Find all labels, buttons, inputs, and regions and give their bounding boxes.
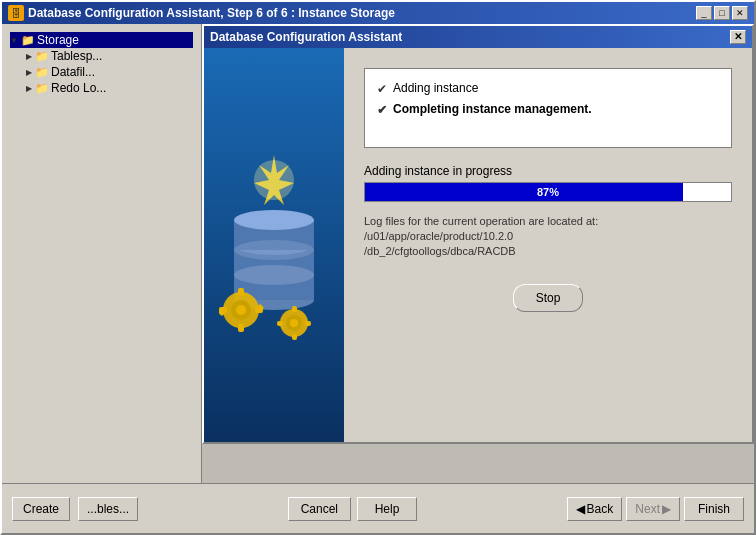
svg-rect-23 (305, 321, 311, 326)
expand-icon-ts: ▶ (26, 52, 32, 61)
main-window: 🗄 Database Configuration Assistant, Step… (0, 0, 756, 535)
svg-point-20 (290, 319, 298, 327)
window-title: Database Configuration Assistant, Step 6… (28, 6, 395, 20)
next-label: Next (635, 502, 660, 516)
right-panel: Database Storage Database Configuration … (202, 24, 754, 483)
app-icon: 🗄 (8, 5, 24, 21)
tree-item-tablespace[interactable]: ▶ 📁 Tablesp... (26, 48, 193, 64)
progress-label-2: Completing instance management. (393, 102, 592, 116)
svg-rect-24 (277, 321, 283, 326)
window-controls: _ □ ✕ (696, 6, 748, 20)
svg-rect-22 (292, 334, 297, 340)
expand-icon: ▼ (10, 36, 18, 45)
check-1: ✔ (377, 82, 387, 96)
bottom-center-buttons: Cancel Help (288, 497, 417, 521)
next-arrow-icon: ▶ (662, 502, 671, 516)
tree-item-redo[interactable]: ▶ 📁 Redo Lo... (26, 80, 193, 96)
folder-icon: 📁 (21, 33, 35, 47)
modal-illustration (204, 48, 344, 442)
minimize-button[interactable]: _ (696, 6, 712, 20)
tree-item-datafile[interactable]: ▶ 📁 Datafil... (26, 64, 193, 80)
modal-overlay: Database Configuration Assistant ✕ (202, 24, 754, 483)
progress-bar-text: 87% (365, 183, 731, 201)
tree-children: ▶ 📁 Tablesp... ▶ 📁 Datafil... ▶ 📁 Redo L… (26, 48, 193, 96)
modal-dialog: Database Configuration Assistant ✕ (202, 24, 754, 444)
progress-label-1: Adding instance (393, 81, 478, 95)
log-line-2: /u01/app/oracle/product/10.2.0 (364, 229, 732, 244)
progress-section: Adding instance in progress 87% (364, 164, 732, 202)
folder-icon-ts: 📁 (35, 49, 49, 63)
left-panel: ▼ 📁 Storage ▶ 📁 Tablesp... ▶ 📁 Datafil..… (2, 24, 202, 483)
help-button[interactable]: Help (357, 497, 417, 521)
svg-point-8 (254, 160, 294, 200)
bottom-nav-buttons: ◀ Back Next ▶ Finish (567, 497, 744, 521)
progress-status-label: Adding instance in progress (364, 164, 732, 178)
tree-root-label: Storage (37, 33, 79, 47)
tree-label-datafile: Datafil... (51, 65, 95, 79)
svg-point-6 (234, 240, 314, 260)
main-content: ▼ 📁 Storage ▶ 📁 Tablesp... ▶ 📁 Datafil..… (2, 24, 754, 483)
expand-icon-rl: ▶ (26, 84, 32, 93)
modal-body: ✔ Adding instance ✔ Completing instance … (204, 48, 752, 442)
log-line-3: /db_2/cfgtoollogs/dbca/RACDB (364, 244, 732, 259)
folder-icon-rl: 📁 (35, 81, 49, 95)
tree-root[interactable]: ▼ 📁 Storage (10, 32, 193, 48)
progress-items-container: ✔ Adding instance ✔ Completing instance … (364, 68, 732, 148)
title-bar: 🗄 Database Configuration Assistant, Step… (2, 2, 754, 24)
back-label: Back (587, 502, 614, 516)
stop-button[interactable]: Stop (513, 284, 583, 312)
bottom-bar: Create ...bles... Cancel Help ◀ Back Nex… (2, 483, 754, 533)
tree-label-redo: Redo Lo... (51, 81, 106, 95)
progress-item-1: ✔ Adding instance (377, 81, 719, 96)
modal-title-bar: Database Configuration Assistant ✕ (204, 26, 752, 48)
cancel-button[interactable]: Cancel (288, 497, 351, 521)
svg-rect-12 (238, 288, 244, 296)
finish-button[interactable]: Finish (684, 497, 744, 521)
tables-button[interactable]: ...bles... (78, 497, 138, 521)
create-button[interactable]: Create (12, 497, 70, 521)
title-bar-left: 🗄 Database Configuration Assistant, Step… (8, 5, 395, 21)
svg-point-3 (234, 265, 314, 285)
log-line-1: Log files for the current operation are … (364, 214, 732, 229)
db-illustration-svg (219, 145, 329, 345)
next-button[interactable]: Next ▶ (626, 497, 680, 521)
expand-icon-df: ▶ (26, 68, 32, 77)
modal-close-button[interactable]: ✕ (730, 30, 746, 44)
progress-bar-container: 87% (364, 182, 732, 202)
bottom-left-buttons: Create ...bles... (12, 497, 138, 521)
modal-footer: Stop (364, 276, 732, 324)
maximize-button[interactable]: □ (714, 6, 730, 20)
svg-rect-13 (238, 324, 244, 332)
modal-title: Database Configuration Assistant (210, 30, 402, 44)
progress-item-2: ✔ Completing instance management. (377, 102, 719, 117)
folder-icon-df: 📁 (35, 65, 49, 79)
svg-rect-21 (292, 306, 297, 312)
tree-label-tablespace: Tablesp... (51, 49, 102, 63)
svg-point-5 (234, 210, 314, 230)
log-section: Log files for the current operation are … (364, 214, 732, 260)
back-button[interactable]: ◀ Back (567, 497, 623, 521)
back-arrow-icon: ◀ (576, 502, 585, 516)
close-button[interactable]: ✕ (732, 6, 748, 20)
modal-right-content: ✔ Adding instance ✔ Completing instance … (344, 48, 752, 442)
svg-point-11 (236, 305, 246, 315)
check-2: ✔ (377, 103, 387, 117)
